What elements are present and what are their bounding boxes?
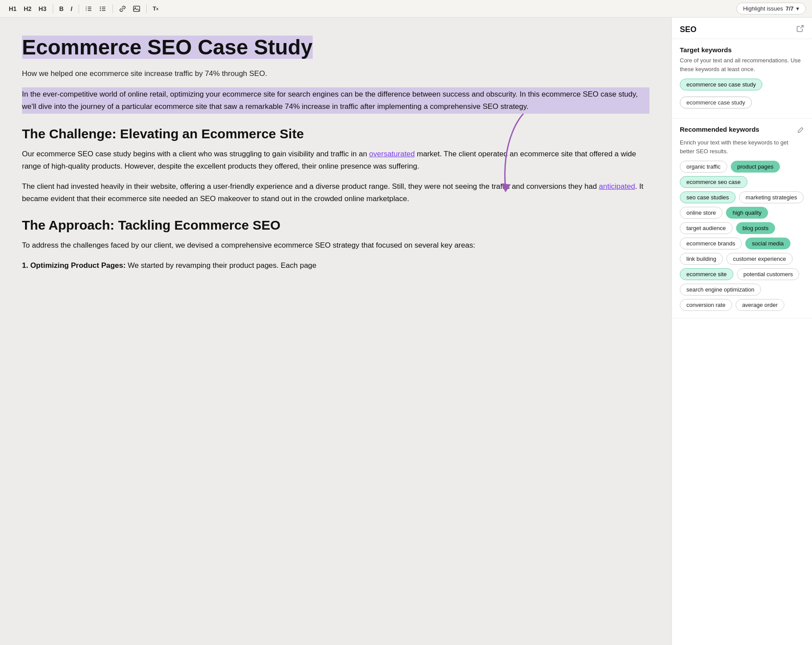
target-keyword-tag[interactable]: ecommerce seo case study <box>680 79 762 90</box>
highlight-count-badge: 7/7 <box>786 5 794 12</box>
anticipated-link[interactable]: anticipated <box>599 182 635 191</box>
recommended-keyword-tag[interactable]: customer experience <box>726 253 793 265</box>
image-button[interactable] <box>130 4 143 14</box>
title-block: Ecommerce SEO Case Study <box>22 35 650 59</box>
list-item-1: 1. Optimizing Product Pages: We started … <box>22 259 650 272</box>
h1-button[interactable]: H1 <box>6 4 19 14</box>
chevron-down-icon: ▾ <box>796 5 799 12</box>
svg-point-9 <box>100 6 101 7</box>
editor-area[interactable]: Ecommerce SEO Case Study How we helped o… <box>0 18 671 645</box>
recommended-keyword-tag[interactable]: search engine optimization <box>680 284 761 295</box>
recommended-keywords-desc: Enrich your text with these keywords to … <box>680 138 804 155</box>
h2-button[interactable]: H2 <box>21 4 34 14</box>
recommended-keyword-tag[interactable]: online store <box>680 207 722 219</box>
article-title: Ecommerce SEO Case Study <box>22 36 313 59</box>
recommended-keyword-tag[interactable]: product pages <box>731 161 780 173</box>
highlight-issues-button[interactable]: Highlight issues 7/7 ▾ <box>736 3 806 14</box>
recommended-keyword-tag[interactable]: ecommerce seo case <box>680 176 747 188</box>
recommended-keyword-tag[interactable]: average order <box>736 299 784 311</box>
divider-3 <box>112 4 113 13</box>
recommended-keyword-tags: organic trafficproduct pagesecommerce se… <box>680 161 804 311</box>
target-keyword-tag[interactable]: ecommerce case study <box>680 97 752 108</box>
recommended-keyword-tag[interactable]: marketing strategies <box>739 191 804 203</box>
clear-format-button[interactable]: Tx <box>150 4 161 14</box>
svg-point-11 <box>100 10 101 11</box>
recommended-keyword-tag[interactable]: potential customers <box>737 268 800 280</box>
recommended-keyword-tag[interactable]: organic traffic <box>680 161 727 173</box>
para1: Our ecommerce SEO case study begins with… <box>22 148 650 173</box>
italic-button[interactable]: I <box>68 4 75 14</box>
target-keywords-heading: Target keywords <box>680 46 804 54</box>
main-layout: Ecommerce SEO Case Study How we helped o… <box>0 18 812 645</box>
para3: To address the challenges faced by our c… <box>22 239 650 252</box>
svg-point-10 <box>100 8 101 9</box>
recommended-keyword-tag[interactable]: high quality <box>726 207 768 219</box>
list-item-1-text: We started by revamping their product pa… <box>126 261 316 270</box>
divider-2 <box>79 4 79 13</box>
recommended-keywords-heading: Recommended keywords <box>680 126 759 133</box>
ordered-list-button[interactable]: 123 <box>83 4 95 14</box>
bold-button[interactable]: B <box>57 4 66 14</box>
recommended-keyword-tag[interactable]: link building <box>680 253 723 265</box>
unordered-list-button[interactable] <box>97 4 109 14</box>
recommended-keyword-tag[interactable]: social media <box>745 238 790 249</box>
rec-edit-icon[interactable] <box>797 126 804 135</box>
divider-1 <box>53 4 53 13</box>
highlight-issues-label: Highlight issues <box>743 5 783 12</box>
recommended-keyword-tag[interactable]: conversion rate <box>680 299 732 311</box>
editor-toolbar: H1 H2 H3 B I 123 Tx Highlight issues 7/7… <box>0 0 812 18</box>
svg-text:3: 3 <box>86 9 87 11</box>
section1-title: The Challenge: Elevating an Ecommerce Si… <box>22 126 650 142</box>
sidebar: SEO Target keywords Core of your text an… <box>671 18 812 645</box>
sidebar-link-icon[interactable] <box>796 25 804 34</box>
recommended-keyword-tag[interactable]: ecommerce site <box>680 268 733 280</box>
recommended-keyword-tag[interactable]: seo case studies <box>680 191 736 203</box>
h3-button[interactable]: H3 <box>36 4 49 14</box>
link-button[interactable] <box>116 4 129 14</box>
oversaturated-link[interactable]: oversaturated <box>369 150 415 158</box>
recommended-keywords-section: Recommended keywords Enrich your text wi… <box>672 119 812 318</box>
sidebar-header: SEO <box>672 18 812 39</box>
section2-title: The Approach: Tackling Ecommerce SEO <box>22 217 650 233</box>
svg-rect-12 <box>134 6 140 11</box>
target-keywords-section: Target keywords Core of your text and al… <box>672 39 812 119</box>
svg-line-15 <box>801 25 803 28</box>
sidebar-title: SEO <box>680 25 697 34</box>
list-item-1-bold: 1. Optimizing Product Pages: <box>22 261 126 270</box>
recommended-keyword-tag[interactable]: ecommerce brands <box>680 238 742 249</box>
para2: The client had invested heavily in their… <box>22 180 650 205</box>
article-subtitle: How we helped one ecommerce site increas… <box>22 68 650 79</box>
target-keyword-tags: ecommerce seo case studyecommerce case s… <box>680 79 804 111</box>
recommended-keyword-tag[interactable]: target audience <box>680 222 733 234</box>
article-intro: In the ever-competitive world of online … <box>22 87 650 114</box>
rec-header: Recommended keywords <box>680 126 804 136</box>
target-keywords-desc: Core of your text and all recommendation… <box>680 56 804 73</box>
recommended-keyword-tag[interactable]: blog posts <box>736 222 775 234</box>
divider-4 <box>146 4 147 13</box>
